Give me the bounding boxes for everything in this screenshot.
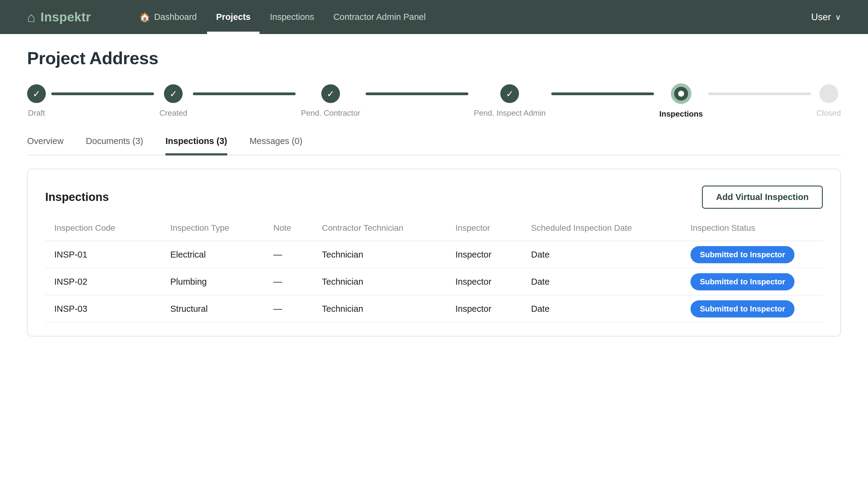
cell-contractor-technician: Technician [322, 304, 456, 314]
cell-note: — [273, 304, 322, 314]
inspections-card: Inspections Add Virtual Inspection Inspe… [27, 169, 841, 337]
current-step-icon [671, 83, 691, 104]
nav-item-label: Contractor Admin Panel [333, 12, 426, 22]
user-menu[interactable]: User ∨ [811, 12, 841, 23]
cell-note: — [273, 250, 322, 260]
nav-item-projects[interactable]: Projects [216, 0, 251, 34]
column-header-contractor-technician: Contractor Technician [322, 223, 456, 233]
status-badge[interactable]: Submitted to Inspector [690, 246, 794, 263]
nav-item-label: Inspections [270, 12, 314, 22]
nav-item-contractor-admin-panel[interactable]: Contractor Admin Panel [333, 0, 426, 34]
tab-inspections[interactable]: Inspections (3) [165, 136, 227, 155]
cell-inspection-code: INSP-01 [54, 250, 170, 260]
step-created: ✓ Created [160, 84, 187, 118]
tab-overview[interactable]: Overview [27, 136, 63, 155]
top-nav: ⌂ Inspektr 🏠 Dashboard Projects Inspecti… [0, 0, 868, 34]
inspections-table: Inspection Code Inspection Type Note Con… [45, 223, 823, 323]
check-icon: ✓ [164, 84, 183, 103]
cell-inspector: Inspector [456, 250, 531, 260]
app-logo-text: Inspektr [40, 10, 91, 24]
check-icon: ✓ [500, 84, 519, 103]
cell-inspector: Inspector [456, 277, 531, 287]
nav-item-label: Projects [216, 12, 251, 22]
stepper-connector [193, 93, 296, 95]
step-label: Inspections [660, 109, 703, 119]
step-pend-contractor: ✓ Pend. Contractor [301, 84, 361, 118]
nav-item-label: Dashboard [154, 12, 197, 22]
step-pend-inspect-admin: ✓ Pend. Inspect Admin [474, 84, 546, 118]
cell-note: — [273, 277, 322, 287]
step-draft: ✓ Draft [27, 84, 46, 118]
column-header-inspection-status: Inspection Status [690, 223, 823, 233]
project-status-stepper: ✓ Draft ✓ Created ✓ Pend. Contractor ✓ P… [27, 84, 841, 119]
step-label: Pend. Inspect Admin [474, 109, 546, 118]
cell-scheduled-date: Date [531, 277, 690, 287]
cell-scheduled-date: Date [531, 250, 690, 260]
cell-contractor-technician: Technician [322, 250, 456, 260]
detail-tabs: Overview Documents (3) Inspections (3) M… [27, 136, 841, 155]
upcoming-step-icon [819, 84, 838, 103]
step-label: Pend. Contractor [301, 109, 361, 118]
house-icon: 🏠 [139, 12, 150, 22]
cell-contractor-technician: Technician [322, 277, 456, 287]
table-row: INSP-01 Electrical — Technician Inspecto… [45, 241, 823, 268]
cell-inspection-code: INSP-03 [54, 304, 170, 314]
tab-documents[interactable]: Documents (3) [86, 136, 143, 155]
nav-links: 🏠 Dashboard Projects Inspections Contrac… [139, 0, 426, 34]
check-icon: ✓ [321, 84, 340, 103]
step-label: Draft [28, 109, 45, 118]
table-row: INSP-03 Structural — Technician Inspecto… [45, 296, 823, 323]
nav-item-dashboard[interactable]: 🏠 Dashboard [139, 0, 197, 34]
step-label: Created [160, 109, 187, 118]
cell-inspection-code: INSP-02 [54, 277, 170, 287]
step-label: Closed [816, 109, 841, 118]
cell-scheduled-date: Date [531, 304, 690, 314]
cell-inspection-status: Submitted to Inspector [690, 246, 823, 263]
page-title: Project Address [27, 48, 841, 68]
nav-item-inspections[interactable]: Inspections [270, 0, 314, 34]
add-virtual-inspection-button[interactable]: Add Virtual Inspection [702, 186, 823, 209]
status-badge[interactable]: Submitted to Inspector [690, 273, 794, 290]
page-content: Project Address ✓ Draft ✓ Created ✓ Pend… [0, 48, 868, 337]
column-header-scheduled-inspection-date: Scheduled Inspection Date [531, 223, 690, 233]
stepper-connector [366, 93, 468, 95]
cell-inspection-status: Submitted to Inspector [690, 300, 823, 318]
check-icon: ✓ [27, 84, 46, 103]
stepper-connector [51, 93, 154, 95]
home-outline-icon: ⌂ [27, 10, 36, 24]
card-title: Inspections [45, 191, 109, 204]
column-header-inspector: Inspector [456, 223, 531, 233]
inspections-card-header: Inspections Add Virtual Inspection [45, 186, 823, 209]
cell-inspection-type: Electrical [170, 250, 273, 260]
chevron-down-icon: ∨ [835, 13, 841, 22]
column-header-note: Note [273, 223, 322, 233]
step-closed: Closed [816, 84, 841, 118]
app-logo[interactable]: ⌂ Inspektr [27, 10, 91, 24]
column-header-inspection-code: Inspection Code [54, 223, 170, 233]
cell-inspection-status: Submitted to Inspector [690, 273, 823, 290]
status-badge[interactable]: Submitted to Inspector [690, 300, 794, 318]
tab-messages[interactable]: Messages (0) [250, 136, 302, 155]
user-menu-label: User [811, 12, 831, 23]
cell-inspector: Inspector [456, 304, 531, 314]
stepper-connector [708, 93, 811, 95]
column-header-inspection-type: Inspection Type [170, 223, 273, 233]
cell-inspection-type: Structural [170, 304, 273, 314]
table-row: INSP-02 Plumbing — Technician Inspector … [45, 268, 823, 296]
table-header-row: Inspection Code Inspection Type Note Con… [45, 223, 823, 241]
step-inspections-current: Inspections [660, 84, 703, 119]
cell-inspection-type: Plumbing [170, 277, 273, 287]
stepper-connector [551, 93, 654, 95]
